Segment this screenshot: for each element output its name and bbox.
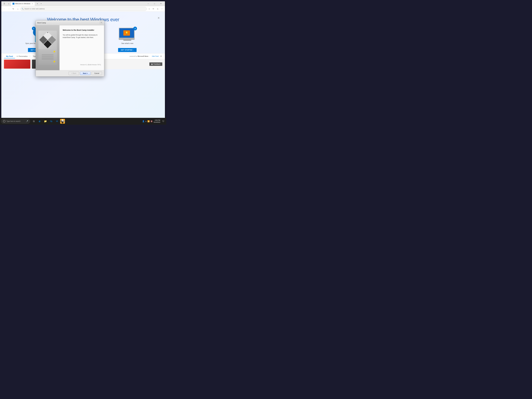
- browser-window: ☰ ◁ e Welcome to Windows ✕ + ▾ ─ □ ✕ ← →…: [1, 1, 165, 123]
- search-bar[interactable]: Type here to search 🎤: [1, 119, 30, 124]
- tab-personalize[interactable]: ✏ Personalize: [15, 54, 29, 58]
- laptop-visual: 3 💡: [119, 28, 136, 41]
- address-search-icon: 🔍: [22, 8, 24, 10]
- boot-camp-dialog: Boot Camp ✕: [36, 20, 104, 76]
- close-welcome-button[interactable]: ✕: [156, 16, 161, 20]
- tab-my-feed[interactable]: My Feed: [4, 54, 15, 58]
- forward-button[interactable]: →: [7, 7, 11, 11]
- drive-stripe-3: [42, 59, 54, 59]
- settings-button[interactable]: ⋯: [160, 7, 164, 11]
- navigation-bar: ← → ↻ ⌂ 🔍 ☆ ✏ ⎋ ⋯: [1, 6, 165, 12]
- feedback-icon: ▣: [151, 63, 153, 65]
- back-page-button[interactable]: ◁: [6, 2, 10, 6]
- system-tray: 👤 ∧ 📶 🔇 8:58 PM 6/14/2019 🗨: [142, 119, 165, 123]
- chevron-up-icon[interactable]: ∧: [145, 120, 147, 122]
- file-explorer-taskbar-icon[interactable]: 📁: [43, 119, 48, 124]
- sidebar-toggle-button[interactable]: ☰: [2, 2, 6, 6]
- person-icon[interactable]: 👤: [142, 120, 145, 122]
- back-button-dialog[interactable]: < Back: [69, 72, 79, 75]
- laptop-screen-inner: 💡: [119, 28, 134, 38]
- news-card-1[interactable]: [4, 60, 30, 69]
- tab-close-button[interactable]: ✕: [31, 3, 33, 5]
- microphone-icon: 🎤: [26, 120, 28, 122]
- taskbar-icons: ⧉ e 📁 🛍 ✉: [31, 119, 65, 124]
- get-started-label: GET STARTED: [121, 49, 133, 51]
- dialog-body: Welcome to the Boot Camp installer You w…: [36, 25, 104, 70]
- back-icon: ←: [3, 8, 5, 10]
- minimize-button[interactable]: ─: [145, 1, 151, 6]
- laptop-screen-outer: 💡: [119, 28, 135, 38]
- next-button-dialog[interactable]: Next >: [80, 72, 90, 75]
- search-circle-icon: [3, 120, 5, 122]
- dialog-heading: Welcome to the Boot Camp installer: [63, 29, 101, 31]
- window-close-button[interactable]: ✕: [158, 1, 164, 6]
- network-icon[interactable]: 📶: [147, 120, 150, 122]
- feedback-button[interactable]: ▣ Feedback: [149, 62, 162, 66]
- tab-title: Welcome to Windows: [15, 3, 30, 5]
- news-settings-button[interactable]: ⚙: [160, 55, 162, 57]
- title-bar-left: ☰ ◁ e Welcome to Windows ✕ + ▾: [2, 2, 42, 6]
- cancel-button-dialog[interactable]: Cancel: [92, 72, 102, 75]
- laptop-base: [119, 38, 135, 40]
- dialog-left: [36, 25, 59, 70]
- maximize-button[interactable]: □: [152, 1, 158, 6]
- laptop-orange-card: 💡: [123, 30, 130, 36]
- news-powered: powered by Microsoft News | Hide Feed ⚙: [130, 55, 162, 57]
- laptop-stand: [123, 40, 131, 41]
- dialog-description: You will be guided through the steps nec…: [63, 34, 101, 62]
- tab-dropdown-button[interactable]: ▾: [40, 2, 42, 5]
- bootcamp-taskbar-icon[interactable]: [60, 119, 65, 124]
- drive-stripe-1: [42, 55, 54, 55]
- drive-stripe-2: [42, 57, 54, 57]
- refresh-button[interactable]: ↻: [11, 7, 15, 11]
- powered-brand: Microsoft News: [138, 55, 148, 57]
- bulb-icon: 💡: [125, 32, 128, 35]
- notification-icon: 🗨: [162, 120, 164, 122]
- powered-text: powered by: [130, 55, 137, 57]
- notes-button[interactable]: ✏: [152, 7, 155, 11]
- star-icon: ★: [34, 35, 35, 36]
- tray-icons: 👤 ∧ 📶 🔇: [142, 120, 153, 122]
- dialog-titlebar: Boot Camp ✕: [36, 20, 104, 25]
- favorites-button[interactable]: ☆: [147, 7, 151, 11]
- dialog-close-button[interactable]: ✕: [100, 21, 102, 24]
- edge-browser-taskbar-icon[interactable]: e: [37, 119, 42, 124]
- back-button[interactable]: ←: [2, 7, 6, 11]
- get-started-button[interactable]: GET STARTED ›: [118, 48, 137, 52]
- feedback-label: Feedback: [153, 63, 160, 65]
- active-tab[interactable]: e Welcome to Windows ✕: [11, 2, 35, 6]
- task-view-button[interactable]: ⧉: [31, 119, 36, 124]
- dialog-title: Boot Camp: [37, 22, 46, 24]
- window-controls: ─ □ ✕: [145, 1, 164, 6]
- nav-right-icons: ☆ ✏ ⎋ ⋯: [147, 7, 164, 11]
- refresh-icon: ↻: [13, 8, 14, 10]
- notification-button[interactable]: 🗨: [161, 119, 165, 123]
- windows-store-taskbar-icon[interactable]: 🛍: [49, 119, 54, 124]
- feature3-text: See what's new: [121, 42, 133, 44]
- drive-body-section: [38, 49, 57, 65]
- tab-separator-1: |: [29, 55, 31, 57]
- volume-icon[interactable]: 🔇: [150, 120, 153, 122]
- drive-top-section: [38, 31, 57, 49]
- dialog-version: Version 6.1 (Build Version 7071): [63, 64, 101, 65]
- dialog-right: Welcome to the Boot Camp installer You w…: [59, 25, 104, 70]
- hide-feed-button[interactable]: Hide Feed: [152, 55, 158, 57]
- drive-led-yellow: [54, 51, 55, 52]
- drive-dot-top: [47, 32, 48, 33]
- personalize-label: Personalize: [19, 55, 28, 57]
- drive-led-yellow-2: [54, 61, 55, 62]
- feature-new: 3 💡 See what's new GE: [113, 28, 142, 52]
- new-tab-button[interactable]: +: [36, 2, 39, 6]
- feature-number-3: 3: [133, 27, 137, 30]
- address-input[interactable]: [20, 7, 147, 11]
- bootcamp-diamond-logo: [39, 32, 56, 48]
- share-button[interactable]: ⎋: [156, 7, 160, 11]
- pencil-icon: ✏: [17, 55, 18, 57]
- forward-icon: →: [8, 8, 10, 10]
- address-bar-wrapper: 🔍: [20, 7, 147, 11]
- dialog-footer: < Back Next > Cancel: [36, 70, 104, 76]
- home-button[interactable]: ⌂: [16, 7, 20, 11]
- clock[interactable]: 8:58 PM 6/14/2019: [154, 119, 160, 123]
- mail-taskbar-icon[interactable]: ✉: [54, 119, 60, 124]
- clock-date: 6/14/2019: [154, 121, 160, 123]
